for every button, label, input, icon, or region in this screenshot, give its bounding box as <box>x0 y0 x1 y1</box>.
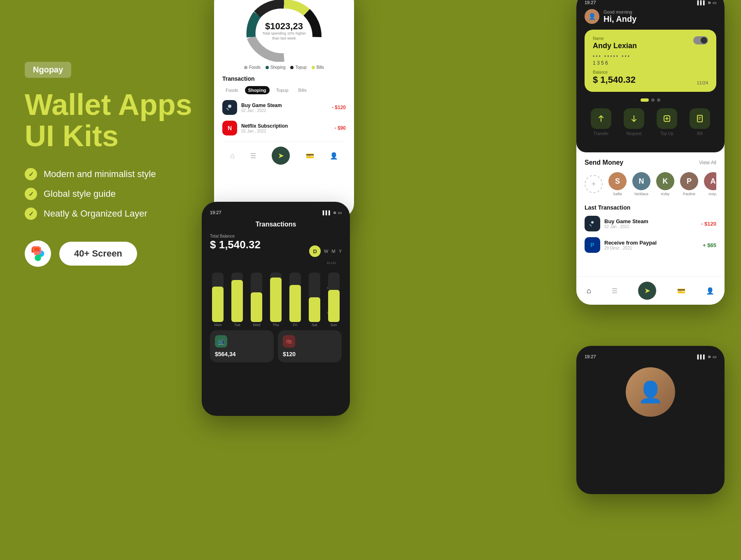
tab-bills[interactable]: Bills <box>295 86 310 94</box>
phone3-wifi: ≋ <box>708 0 711 5</box>
period-w[interactable]: W <box>324 249 328 254</box>
phone1-bottom-nav: ⌂ ☰ ➤ 💳 👤 <box>222 141 346 166</box>
contact-nicklaus[interactable]: N Nicklaus <box>632 172 650 196</box>
phone3-top-section: 19:27 ▌▌▌ ≋ ▭ 👤 Good morning Hi, Andy <box>576 0 725 152</box>
phone3-time: 19:27 <box>585 0 596 5</box>
battery-icon: ▭ <box>338 210 342 215</box>
transfer-icon <box>591 108 611 129</box>
bar-thu-fill <box>270 278 282 322</box>
last-trans-2-name: Receive from Paypal <box>604 240 699 246</box>
bottom-badges: 40+ Screen <box>25 240 198 267</box>
tv-icon: 📺 <box>218 338 225 345</box>
transfer-svg <box>597 114 606 123</box>
phone3-signal: ▌▌▌ <box>697 0 706 5</box>
bar-label-thu: Thu <box>273 323 279 327</box>
qa-request[interactable]: Request <box>624 108 644 136</box>
steam-icon <box>222 100 237 115</box>
main-title: Wallet Apps UI Kits <box>25 89 198 152</box>
topup-icon <box>657 108 677 129</box>
card-toggle[interactable] <box>693 36 708 44</box>
nav-list-icon[interactable]: ☰ <box>250 152 256 160</box>
nav-profile-icon[interactable]: 👤 <box>330 152 338 160</box>
phone3-battery: ▭ <box>713 0 716 5</box>
balance-row: Total Balance $ 1,540.32 D W M Y <box>210 234 342 257</box>
legend-topup: Topup <box>290 65 306 70</box>
phone3-nav-list[interactable]: ☰ <box>612 287 618 295</box>
qa-transfer[interactable]: Transfer <box>591 108 611 136</box>
contacts-row: + S Sallie N Nicklaus K Koby P Pauline <box>585 172 716 196</box>
qa-topup[interactable]: Top Up <box>657 108 677 136</box>
phone3-nav-wallet[interactable]: 💳 <box>677 287 685 295</box>
quick-actions: Transfer Request <box>585 108 716 136</box>
dot-nav-3[interactable] <box>657 98 660 102</box>
phone3-status-bar: 19:27 ▌▌▌ ≋ ▭ <box>585 0 716 5</box>
add-contact-button[interactable]: + <box>585 175 603 193</box>
period-m[interactable]: M <box>331 249 335 254</box>
tab-foods[interactable]: Foods <box>222 86 242 94</box>
tab-topup[interactable]: Topup <box>273 86 292 94</box>
card-number: 1 3 5 6 <box>593 60 708 66</box>
dot-nav-1[interactable] <box>641 98 649 102</box>
user-avatar: 👤 <box>585 9 599 24</box>
contact-pauline[interactable]: P Pauline <box>680 172 698 196</box>
bar-label-sun: Sun <box>331 323 337 327</box>
mini-card-2-amount: $120 <box>283 351 337 357</box>
period-d-badge[interactable]: D <box>309 245 321 257</box>
mini-card-1-icon: 📺 <box>215 335 227 348</box>
feature-text-3: Neatly & Organized Layer <box>44 208 147 219</box>
y-label-top: $1130 <box>327 261 342 265</box>
phone-mockup-1: $1023,23 Total spending 10% higherthan l… <box>214 0 354 218</box>
mini-card-1-amount: $564,34 <box>215 351 269 357</box>
qa-topup-label: Top Up <box>660 131 673 136</box>
qa-request-label: Request <box>626 131 641 136</box>
bar-tue-fill <box>231 280 243 322</box>
mini-card-2-icon: 🛍 <box>283 335 295 348</box>
nav-center-button[interactable]: ➤ <box>272 147 290 165</box>
phone3-nav-profile[interactable]: 👤 <box>706 287 714 295</box>
last-transaction-title: Last Transaction <box>585 204 716 211</box>
svg-point-6 <box>591 221 594 224</box>
phone2-content: 19:27 ▌▌▌ ≋ ▭ Transactions Total Balance… <box>202 202 350 416</box>
donut-chart-area: $1023,23 Total spending 10% higherthan l… <box>222 0 346 62</box>
contact-name-koby: Koby <box>661 192 670 196</box>
nav-home-icon[interactable]: ⌂ <box>230 152 235 160</box>
bar-chart: $1130 $120 $0 Mon Tue W <box>210 261 342 327</box>
feature-item-3: ✓ Neatly & Organized Layer <box>25 208 198 220</box>
contact-koby[interactable]: K Koby <box>656 172 674 196</box>
period-selectors: D W M Y <box>309 245 342 257</box>
legend-foods: Foods <box>244 65 261 70</box>
dot-nav-2[interactable] <box>651 98 655 102</box>
send-money-title: Send Money <box>585 159 623 166</box>
transaction-tabs: Foods Shoping Topup Bills <box>222 86 346 94</box>
phone4-status-bar: 19:27 ▌▌▌ ≋ ▭ <box>585 354 716 359</box>
paypal-logo-text: P <box>590 242 594 248</box>
check-icon-2: ✓ <box>25 188 37 200</box>
view-all-link[interactable]: View All <box>699 160 716 166</box>
transaction-row-2: N Netflix Subscription 02 Jan , 2022 - $… <box>222 121 346 135</box>
card-dots: ••• ••••• ••• <box>593 54 708 59</box>
phone3-nav-home[interactable]: ⌂ <box>587 287 591 295</box>
contact-aniya[interactable]: A Aniya <box>704 172 716 196</box>
legend-dot-bills <box>312 66 315 69</box>
tab-shoping[interactable]: Shoping <box>245 86 270 94</box>
contact-sallie[interactable]: S Sallie <box>608 172 627 196</box>
greeting-section: Good morning Hi, Andy <box>604 9 716 24</box>
figma-badge[interactable] <box>25 240 51 267</box>
transaction-2-info: Netflix Subscription 02 Jan , 2022 <box>241 123 331 133</box>
phone4-status-icons: ▌▌▌ ≋ ▭ <box>697 355 716 359</box>
nav-wallet-icon[interactable]: 💳 <box>306 152 314 160</box>
card-dots-nav <box>585 98 716 102</box>
feature-list: ✓ Modern and minimalist style ✓ Global s… <box>25 168 198 220</box>
qa-transfer-label: Transfer <box>594 131 609 136</box>
balance-amount: $ 1,540.32 <box>210 238 261 251</box>
bar-sun: Sun <box>326 273 342 327</box>
period-y[interactable]: Y <box>339 249 342 254</box>
feature-text-1: Modern and minimalist style <box>44 169 156 180</box>
contact-avatar-pauline: P <box>680 172 698 190</box>
phone2-mini-cards: 📺 $564,34 🛍 $120 <box>210 330 342 362</box>
donut-amount: $1023,23 <box>262 21 306 31</box>
user-name-greeting: Hi, Andy <box>604 14 716 24</box>
phone3-nav-center[interactable]: ➤ <box>638 282 656 300</box>
svg-point-2 <box>228 105 231 108</box>
qa-bill[interactable]: Bill <box>690 108 710 136</box>
